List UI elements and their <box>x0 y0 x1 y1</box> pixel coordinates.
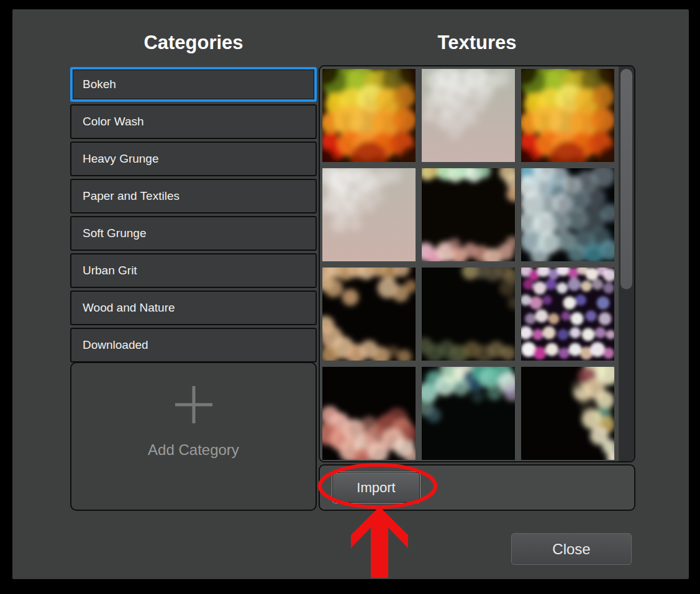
textures-grid <box>322 69 614 460</box>
texture-thumbnail-white-blue-bokeh[interactable] <box>521 168 614 261</box>
texture-thumbnail-soft-white-bokeh[interactable] <box>422 69 515 162</box>
category-item-downloaded[interactable]: Downloaded <box>70 328 317 362</box>
texture-thumbnail-orange-green-bokeh[interactable] <box>322 69 416 162</box>
category-item-color-wash[interactable]: Color Wash <box>70 104 317 139</box>
close-button[interactable]: Close <box>511 533 632 565</box>
textures-scrollbar-thumb[interactable] <box>620 69 632 289</box>
textures-scrollbar-track[interactable] <box>619 66 634 461</box>
texture-thumbnail-pastel-rim-bokeh[interactable] <box>422 168 515 261</box>
texture-thumbnail-soft-white-bokeh-2[interactable] <box>322 168 416 261</box>
texture-thumbnail-orange-green-bokeh[interactable] <box>521 69 614 162</box>
category-item-wood-and-nature[interactable]: Wood and Nature <box>70 290 317 325</box>
plus-icon <box>71 384 316 428</box>
textures-title: Textures <box>319 32 635 54</box>
texture-manager-dialog: Categories Textures BokehColor WashHeavy… <box>12 9 689 579</box>
category-list: BokehColor WashHeavy GrungePaper and Tex… <box>70 67 317 365</box>
textures-grid-panel <box>319 65 635 462</box>
texture-thumbnail-tan-bokeh[interactable] <box>322 268 416 361</box>
texture-thumbnail-teal-green-bokeh[interactable] <box>422 367 515 460</box>
texture-thumbnail-purple-sparkle-bokeh[interactable] <box>521 268 614 361</box>
add-category-label: Add Category <box>71 441 316 459</box>
category-item-urban-grit[interactable]: Urban Grit <box>70 253 317 288</box>
texture-thumbnail-yellow-edge-bokeh[interactable] <box>521 367 614 460</box>
category-item-soft-grunge[interactable]: Soft Grunge <box>70 216 317 251</box>
category-item-bokeh[interactable]: Bokeh <box>70 67 317 102</box>
add-category-button[interactable]: Add Category <box>70 362 317 511</box>
categories-title: Categories <box>70 32 317 54</box>
texture-thumbnail-salmon-red-bokeh[interactable] <box>322 367 416 460</box>
category-item-heavy-grunge[interactable]: Heavy Grunge <box>70 142 317 176</box>
import-button[interactable]: Import <box>332 472 420 503</box>
category-item-paper-and-textiles[interactable]: Paper and Textiles <box>70 179 317 214</box>
texture-thumbnail-dim-olive-bokeh[interactable] <box>422 268 515 361</box>
import-bar: Import <box>319 464 635 511</box>
